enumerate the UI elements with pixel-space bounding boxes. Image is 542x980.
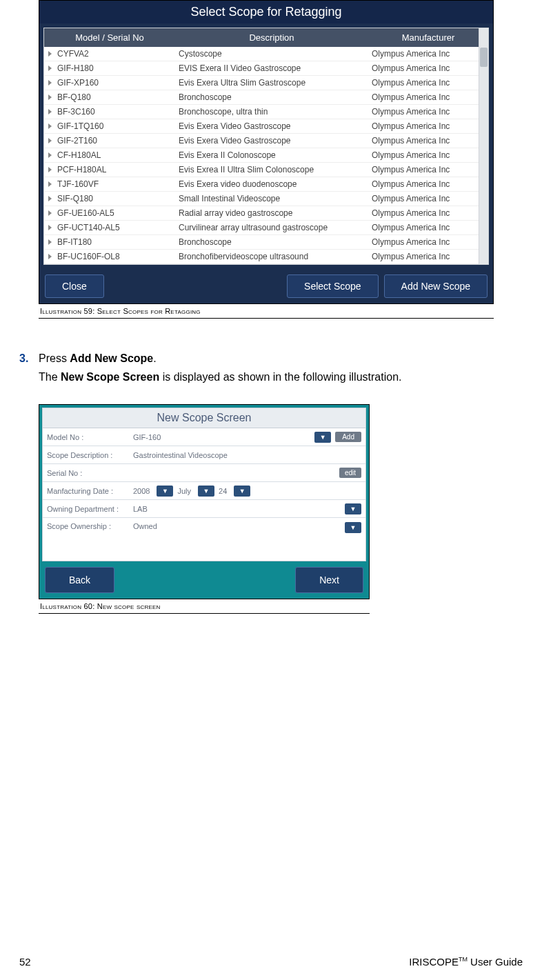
table-row[interactable]: BF-UC160F-OL8Bronchofibervideoscope ultr…: [44, 250, 488, 264]
value-scope-description: Gastrointestinal Videoscope: [133, 451, 361, 459]
cell-description: Bronchoscope, ultra thin: [179, 107, 372, 117]
table-row[interactable]: BF-Q180BronchoscopeOlympus America Inc: [44, 90, 488, 105]
guide-title: IRISCOPETM User Guide: [409, 956, 523, 968]
label-model-no: Model No :: [47, 433, 133, 441]
cell-model: CF-H180AL: [57, 150, 179, 160]
cell-manufacturer: Olympus America Inc: [372, 208, 488, 218]
dialog-title: New Scope Screen: [42, 408, 366, 428]
page-footer: 52 IRISCOPETM User Guide: [19, 956, 523, 968]
expand-icon[interactable]: [48, 123, 52, 129]
expand-icon[interactable]: [48, 181, 52, 187]
expand-icon[interactable]: [48, 94, 52, 100]
select-scope-button[interactable]: Select Scope: [287, 274, 379, 298]
dialog-footer: Close Select Scope Add New Scope: [39, 269, 493, 303]
table-row[interactable]: TJF-160VFEvis Exera video duodenoscopeOl…: [44, 177, 488, 192]
table-row[interactable]: SIF-Q180Small Intestinal VideoscopeOlymp…: [44, 192, 488, 206]
cell-description: Bronchoscope: [179, 92, 372, 102]
step-text: Press: [39, 352, 70, 364]
row-scope-description: Scope Description : Gastrointestinal Vid…: [43, 446, 365, 464]
fig60-caption: Illustration 60: New scope screen: [39, 599, 370, 614]
step-3: 3. Press Add New Scope.: [19, 350, 523, 367]
expand-icon[interactable]: [48, 210, 52, 216]
cell-manufacturer: Olympus America Inc: [372, 165, 488, 174]
cell-model: GIF-2T160: [57, 136, 179, 146]
row-serial-no: Serial No : edit: [43, 464, 365, 482]
cell-description: EVIS Exera II Video Gastroscope: [179, 63, 372, 73]
cell-description: Evis Exera Video Gastroscope: [179, 136, 372, 146]
cell-model: GIF-1TQ160: [57, 121, 179, 131]
expand-icon[interactable]: [48, 196, 52, 201]
value-model-no: GIF-160: [133, 433, 312, 441]
expand-icon[interactable]: [48, 138, 52, 143]
cell-description: Bronchofibervideoscope ultrasound: [179, 252, 372, 261]
table-header-row: Model / Serial No Description Manufactur…: [44, 28, 488, 47]
table-row[interactable]: GIF-XP160Evis Exera Ultra Slim Gastrosco…: [44, 76, 488, 90]
mfg-month-dropdown[interactable]: ▼: [198, 486, 214, 497]
label-scope-description: Scope Description :: [47, 451, 133, 459]
cell-model: CYFVA2: [57, 49, 179, 59]
cell-manufacturer: Olympus America Inc: [372, 63, 488, 73]
mfg-day-dropdown[interactable]: ▼: [234, 486, 250, 497]
expand-icon[interactable]: [48, 66, 52, 71]
serial-edit-button[interactable]: edit: [339, 468, 361, 478]
table-row[interactable]: GF-UE160-AL5Radial array video gastrosco…: [44, 206, 488, 221]
next-button[interactable]: Next: [295, 567, 363, 593]
header-manufacturer: Manufacturer: [368, 28, 488, 47]
header-description: Description: [175, 28, 368, 47]
department-dropdown[interactable]: ▼: [345, 503, 361, 514]
cell-model: PCF-H180AL: [57, 165, 179, 174]
expand-icon[interactable]: [48, 109, 52, 114]
value-scope-ownership: Owned: [133, 522, 342, 530]
table-row[interactable]: BF-3C160Bronchoscope, ultra thinOlympus …: [44, 105, 488, 119]
back-button[interactable]: Back: [45, 567, 114, 593]
mfg-day: 24: [219, 487, 227, 495]
expand-icon[interactable]: [48, 254, 52, 259]
table-row[interactable]: BF-IT180BronchoscopeOlympus America Inc: [44, 235, 488, 250]
expand-icon[interactable]: [48, 239, 52, 245]
step-3-follow: The New Scope Screen is displayed as sho…: [39, 371, 523, 383]
cell-manufacturer: Olympus America Inc: [372, 92, 488, 102]
table-row[interactable]: PCF-H180ALEvis Exrea II Ultra Slim Colon…: [44, 163, 488, 177]
fig-select-scope-retagging: Select Scope for Retagging Model / Seria…: [39, 0, 494, 304]
table-row[interactable]: GIF-1TQ160Evis Exera Video GastroscopeOl…: [44, 119, 488, 134]
table-row[interactable]: CYFVA2CystoscopeOlympus America Inc: [44, 47, 488, 61]
label-scope-ownership: Scope Ownership :: [47, 522, 133, 530]
expand-icon[interactable]: [48, 225, 52, 230]
table-row[interactable]: CF-H180ALEvis Exera II ColonoscopeOlympu…: [44, 148, 488, 163]
cell-manufacturer: Olympus America Inc: [372, 223, 488, 232]
form-rows: Model No : GIF-160 ▼ Add Scope Descripti…: [42, 428, 366, 561]
expand-icon[interactable]: [48, 80, 52, 86]
expand-icon[interactable]: [48, 167, 52, 172]
cell-model: SIF-Q180: [57, 194, 179, 203]
cell-manufacturer: Olympus America Inc: [372, 78, 488, 88]
ownership-dropdown[interactable]: ▼: [345, 522, 361, 533]
header-model-serial: Model / Serial No: [44, 28, 175, 47]
scrollbar[interactable]: [479, 28, 488, 264]
scrollbar-thumb[interactable]: [480, 48, 488, 67]
cell-model: BF-3C160: [57, 107, 179, 117]
value-owning-department: LAB: [133, 505, 342, 513]
row-owning-department: Owning Department : LAB ▼: [43, 500, 365, 518]
cell-manufacturer: Olympus America Inc: [372, 150, 488, 160]
model-add-button[interactable]: Add: [335, 432, 361, 442]
table-row[interactable]: GF-UCT140-AL5Curvilinear array ultrasoun…: [44, 221, 488, 235]
expand-icon[interactable]: [48, 152, 52, 158]
add-new-scope-button[interactable]: Add New Scope: [384, 274, 488, 298]
dialog-title: Select Scope for Retagging: [39, 1, 493, 23]
cell-description: Evis Exera Ultra Slim Gastroscope: [179, 78, 372, 88]
cell-manufacturer: Olympus America Inc: [372, 237, 488, 247]
cell-manufacturer: Olympus America Inc: [372, 107, 488, 117]
cell-model: GIF-XP160: [57, 78, 179, 88]
cell-manufacturer: Olympus America Inc: [372, 121, 488, 131]
expand-icon[interactable]: [48, 51, 52, 57]
step-bold: New Scope Screen: [61, 371, 159, 383]
table-row[interactable]: GIF-2T160Evis Exera Video GastroscopeOly…: [44, 134, 488, 148]
mfg-year-dropdown[interactable]: ▼: [157, 486, 173, 497]
cell-model: BF-Q180: [57, 92, 179, 102]
cell-description: Evis Exera Video Gastroscope: [179, 121, 372, 131]
scope-table: Model / Serial No Description Manufactur…: [43, 28, 489, 265]
table-row[interactable]: GIF-H180EVIS Exera II Video GastroscopeO…: [44, 61, 488, 76]
close-button[interactable]: Close: [45, 274, 104, 298]
fig-new-scope-screen: New Scope Screen Model No : GIF-160 ▼ Ad…: [39, 404, 370, 599]
model-dropdown[interactable]: ▼: [314, 432, 331, 443]
